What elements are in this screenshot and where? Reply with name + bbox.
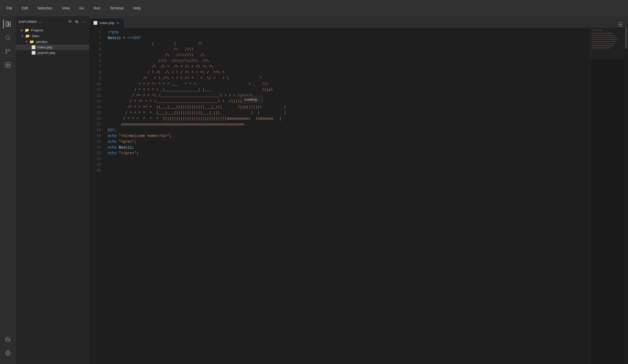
sidebar-title: EXPLORER: ... xyxy=(19,20,42,23)
menu-run[interactable]: Run xyxy=(91,5,102,11)
menu-terminal[interactable]: Terminal xyxy=(108,5,126,11)
code-line-18: oooooooooooooooooooooooooooooooooooooooo… xyxy=(108,122,590,127)
tab-close-button[interactable]: ✕ xyxy=(116,21,120,25)
svg-rect-9 xyxy=(5,62,8,65)
code-line-6: /\ //\\//\\ /\ xyxy=(108,52,590,58)
main-layout: EXPLORER: ... ⟳ ⧉ ··· ▶ 📁 Projects ▼ 📂 S… xyxy=(0,16,628,364)
titlebar: File Edit Selection View Go Run Terminal… xyxy=(0,0,628,16)
file-phpinfo-icon: ⬜ xyxy=(31,51,36,55)
collapse-icon[interactable]: ⧉ xyxy=(75,19,79,25)
code-line-21: echo "<h1>Welcome home</h1>"; xyxy=(108,133,590,139)
svg-rect-10 xyxy=(8,62,10,65)
activity-bar-bottom xyxy=(3,335,13,361)
chevron-right-icon: ▶ xyxy=(21,29,23,32)
code-line-24: echo "</pre>"; xyxy=(108,150,590,156)
code-line-14: / ^ ^^ ^ ^ /____________________________… xyxy=(108,98,590,104)
tree-item-projects[interactable]: ▶ 📁 Projects xyxy=(16,27,89,33)
code-line-11: ^ ^ ^ ^\ ^ ^ ^ ___ ^ ^ ^ ^ _ /|\ xyxy=(108,81,590,87)
code-line-10: /^ ^ \ /^\ ^ ^ \ /^ ^ ^ \/ ^ ^ \ * xyxy=(108,75,590,81)
code-line-15: /^ ^ ^ ^^ ^ ||___|___|||||||||||||___|_|… xyxy=(108,104,590,110)
svg-rect-12 xyxy=(8,65,10,68)
tab-label: index.php xyxy=(100,21,114,25)
tree-label-sites: Sites xyxy=(32,34,39,38)
tree-label-projects: Projects xyxy=(31,28,43,32)
svg-point-5 xyxy=(6,52,7,54)
svg-point-3 xyxy=(6,36,9,39)
svg-rect-2 xyxy=(8,24,10,26)
sidebar: EXPLORER: ... ⟳ ⧉ ··· ▶ 📁 Projects ▼ 📂 S… xyxy=(16,16,89,364)
code-line-16: / ^ ^ ^ ^ ^ |___|___|||||||||||||___|_||… xyxy=(108,110,590,116)
activity-search[interactable] xyxy=(3,33,13,42)
activity-git[interactable] xyxy=(3,47,13,56)
file-php-icon: ⬜ xyxy=(31,45,36,49)
tab-bar: ⬜ index.php ✕ ☰ xyxy=(89,16,628,28)
code-line-19: EOT; xyxy=(108,127,590,133)
code-line-3: $ascii = <<<EOT xyxy=(108,35,590,41)
menu-selection[interactable]: Selection xyxy=(35,5,55,11)
refresh-icon[interactable]: ⟳ xyxy=(68,19,73,25)
tree-item-yiendos[interactable]: ▼ 📂 yiendos xyxy=(16,39,89,45)
right-scrollbar[interactable] xyxy=(624,28,628,364)
activity-settings[interactable] xyxy=(3,348,13,358)
line-numbers: 1234567891011121314151617181920212223242… xyxy=(89,28,104,364)
code-editor[interactable]: <?php$ascii = <<<EOT | | /\ /\ //\\ /\ /… xyxy=(104,28,590,364)
file-tree: ▶ 📁 Projects ▼ 📂 Sites ▼ 📂 yiendos xyxy=(16,27,89,364)
code-line-9: / ^ /\ /\ / ^ / ^\ ^ ^ ^\ / ^^\ ^ xyxy=(108,70,590,75)
menu-file[interactable]: File xyxy=(4,5,14,11)
svg-line-4 xyxy=(9,39,10,40)
code-line-1: <?php xyxy=(108,29,590,35)
code-line-7: //\\ //\\//\\//\\ /\\ xyxy=(108,58,590,64)
menu-bar: File Edit Selection View Go Run Terminal… xyxy=(4,5,143,11)
code-line-4: | | /\ xyxy=(108,41,590,47)
code-line-13: / ^^ ^ ^ ^\ /___________________________… xyxy=(108,93,590,98)
activity-extensions[interactable] xyxy=(3,60,13,70)
svg-point-6 xyxy=(6,49,7,51)
code-line-17: / ^ ^ ^ ^ ^ ^ ||||||||||||||||||||||||||… xyxy=(108,116,590,122)
svg-rect-11 xyxy=(5,65,8,68)
sidebar-header: EXPLORER: ... ⟳ ⧉ ··· xyxy=(16,16,89,27)
sidebar-header-icons: ⟳ ⧉ ··· xyxy=(68,19,86,25)
minimap xyxy=(590,28,624,364)
menu-go[interactable]: Go xyxy=(77,5,86,11)
folder-open-icon: 📂 xyxy=(25,34,30,38)
layout-icon[interactable]: ☰ xyxy=(618,21,623,28)
svg-rect-16 xyxy=(591,28,624,364)
chevron-down-icon-yiendos: ▼ xyxy=(25,40,28,43)
editor-area: ⬜ index.php ✕ ☰ 123456789101112131415161… xyxy=(89,16,628,364)
code-line-22: echo "<pre>"; xyxy=(108,139,590,145)
code-line-5: /\ //\\ xyxy=(108,47,590,52)
tree-item-index-php[interactable]: ⬜ index.php xyxy=(16,45,89,50)
menu-help[interactable]: Help xyxy=(131,5,143,11)
tree-label-yiendos: yiendos xyxy=(36,40,48,44)
menu-view[interactable]: View xyxy=(60,5,72,11)
svg-rect-0 xyxy=(6,22,8,26)
tree-label-phpinfo-php: phpinfo.php xyxy=(37,51,55,55)
tab-index-php[interactable]: ⬜ index.php ✕ xyxy=(89,18,124,28)
svg-rect-1 xyxy=(8,22,10,24)
code-line-12: / ^ ^ ^ ^ \ _\_______________| |___ /||o… xyxy=(108,87,590,93)
code-line-8: /\ /\ ^ /\ ^ /\ ^ /\ ^\ ^\ xyxy=(108,64,590,70)
menu-edit[interactable]: Edit xyxy=(20,5,30,11)
folder-yiendos-icon: 📂 xyxy=(30,40,34,44)
svg-point-15 xyxy=(7,352,9,354)
tree-label-index-php: index.php xyxy=(37,45,52,49)
tab-file-icon: ⬜ xyxy=(93,21,98,25)
scrollbar-thumb[interactable] xyxy=(625,28,627,49)
code-line-23: echo $ascii; xyxy=(108,145,590,150)
tree-item-phpinfo-php[interactable]: ⬜ phpinfo.php xyxy=(16,50,89,56)
chevron-down-icon: ▼ xyxy=(21,34,24,37)
activity-bar xyxy=(0,16,16,364)
editor-content[interactable]: 1234567891011121314151617181920212223242… xyxy=(89,28,628,364)
svg-point-7 xyxy=(9,49,10,51)
more-icon[interactable]: ··· xyxy=(81,19,86,25)
activity-explorer[interactable] xyxy=(3,19,13,29)
tree-item-sites[interactable]: ▼ 📂 Sites xyxy=(16,33,89,39)
svg-rect-26 xyxy=(591,28,624,59)
folder-icon: 📁 xyxy=(25,28,29,32)
activity-remote[interactable] xyxy=(3,335,13,344)
